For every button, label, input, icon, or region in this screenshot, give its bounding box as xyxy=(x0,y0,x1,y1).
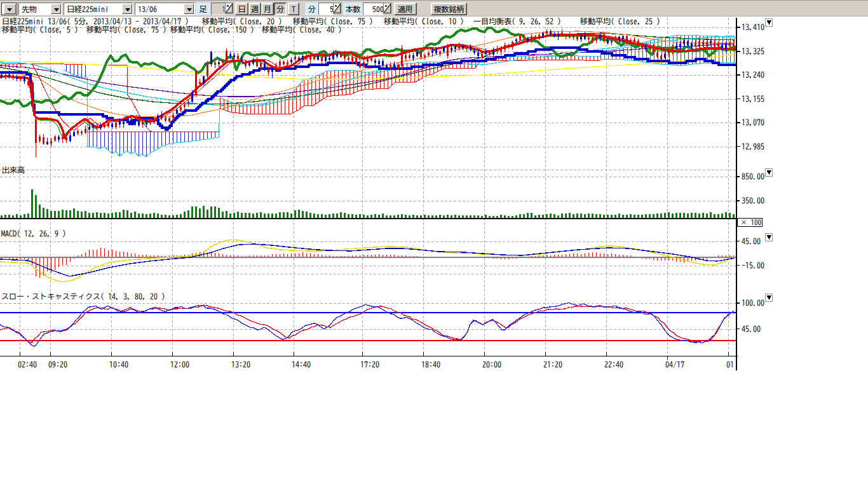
svg-text:12,985: 12,985 xyxy=(742,143,764,151)
svg-text:移動平均( Close, 75 ): 移動平均( Close, 75 ) xyxy=(293,17,373,25)
svg-text:× 100: × 100 xyxy=(740,219,761,226)
svg-text:13:20: 13:20 xyxy=(231,361,250,369)
svg-text:04/17: 04/17 xyxy=(665,360,684,369)
svg-text:-15.00: -15.00 xyxy=(742,262,764,269)
svg-text:10:40: 10:40 xyxy=(109,361,128,369)
svg-text:移動平均( Close, 75 ): 移動平均( Close, 75 ) xyxy=(86,25,166,34)
svg-text:移動平均( Close, 10 ): 移動平均( Close, 10 ) xyxy=(384,17,464,25)
svg-text:13,155: 13,155 xyxy=(742,95,764,103)
svg-text:12:00: 12:00 xyxy=(170,361,189,369)
svg-text:移動平均( Close, 150 ): 移動平均( Close, 150 ) xyxy=(170,25,254,34)
svg-text:13,325: 13,325 xyxy=(742,48,764,55)
svg-text:09:20: 09:20 xyxy=(48,361,67,369)
svg-text:350.00: 350.00 xyxy=(742,197,764,205)
svg-text:一目均衡表( 9, 26, 52 ): 一目均衡表( 9, 26, 52 ) xyxy=(473,17,561,25)
svg-text:移動平均( Close, 20 ): 移動平均( Close, 20 ) xyxy=(202,17,282,25)
svg-text:13,240: 13,240 xyxy=(742,71,764,79)
svg-text:13,410: 13,410 xyxy=(742,24,764,31)
svg-text:MACD( 12, 26, 9 ): MACD( 12, 26, 9 ) xyxy=(1,229,66,238)
svg-text:22:40: 22:40 xyxy=(604,361,623,369)
svg-text:01: 01 xyxy=(726,361,734,369)
svg-text:100.00: 100.00 xyxy=(742,299,764,307)
svg-text:17:20: 17:20 xyxy=(360,361,379,369)
svg-text:850.00: 850.00 xyxy=(742,173,764,180)
svg-text:20:00: 20:00 xyxy=(482,361,501,369)
svg-text:21:20: 21:20 xyxy=(543,361,562,369)
svg-text:日経225mini 13/06( 5分, 2013/04/1: 日経225mini 13/06( 5分, 2013/04/13 - 2013/0… xyxy=(2,17,189,25)
svg-text:18:40: 18:40 xyxy=(421,361,440,369)
svg-text:13,070: 13,070 xyxy=(742,119,764,126)
svg-text:移動平均( Close, 5 ): 移動平均( Close, 5 ) xyxy=(2,25,78,34)
svg-text:出来高: 出来高 xyxy=(2,166,25,174)
svg-text:スロー・ストキャスティクス( 14, 3, 80, 20 ): スロー・ストキャスティクス( 14, 3, 80, 20 ) xyxy=(1,292,165,301)
svg-text:移動平均( Close, 40 ): 移動平均( Close, 40 ) xyxy=(262,25,342,34)
svg-text:45.00: 45.00 xyxy=(742,325,761,333)
svg-text:14:40: 14:40 xyxy=(292,361,311,369)
svg-text:45.00: 45.00 xyxy=(742,238,761,245)
svg-text:02:40: 02:40 xyxy=(18,361,37,369)
svg-text:移動平均( Close, 25 ): 移動平均( Close, 25 ) xyxy=(580,17,660,25)
